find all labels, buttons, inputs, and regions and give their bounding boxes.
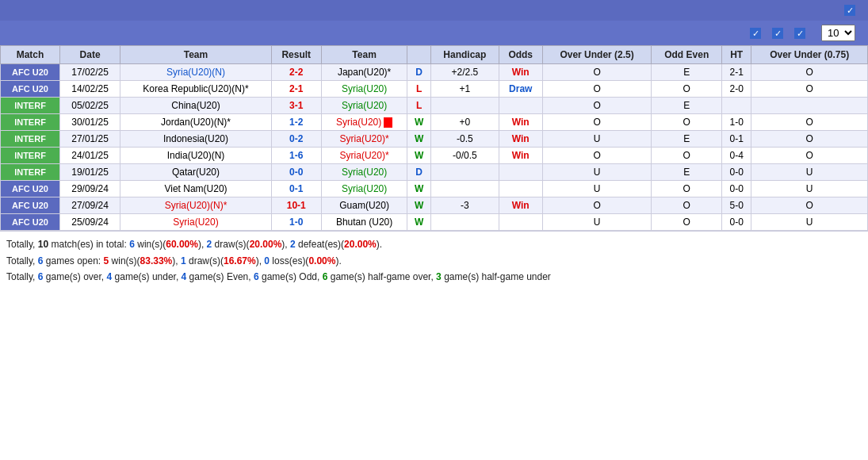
odds-value: Win bbox=[499, 148, 542, 164]
wdl-result: W bbox=[407, 214, 430, 231]
table-row: INTERF05/02/25China(U20)3-1Syria(U20)LOE bbox=[1, 98, 868, 114]
team2-name: Syria(U20)* bbox=[321, 131, 407, 148]
table-row: INTERF19/01/25Qatar(U20)0-0Syria(U20)DUE… bbox=[1, 164, 868, 181]
team2-name: Guam(U20) bbox=[321, 197, 407, 214]
match-type-badge: INTERF bbox=[1, 114, 60, 131]
over-under-075: U bbox=[751, 214, 868, 231]
over-under-075: O bbox=[751, 114, 868, 131]
odds-value: Win bbox=[499, 64, 542, 81]
last-games-select[interactable]: 10 20 30 bbox=[821, 25, 855, 41]
wdl-result: W bbox=[407, 197, 430, 214]
handicap-value: +0 bbox=[430, 114, 499, 131]
col-result: Result bbox=[271, 46, 321, 64]
odds-value bbox=[499, 98, 542, 114]
team2-name: Syria(U20) bbox=[321, 81, 407, 98]
footer-line: Totally, 10 match(es) in total: 6 win(s)… bbox=[6, 236, 862, 252]
match-result: 0-2 bbox=[271, 131, 321, 148]
match-date: 19/01/25 bbox=[60, 164, 120, 181]
over-under-25: U bbox=[542, 214, 652, 231]
team2-name: Syria(U20) bbox=[321, 114, 407, 131]
table-row: AFC U2029/09/24Viet Nam(U20)0-1Syria(U20… bbox=[1, 181, 868, 197]
over-under-075: U bbox=[751, 164, 868, 181]
col-handicap: Handicap bbox=[430, 46, 499, 64]
historic-scores-table: Match Date Team Result Team Handicap Odd… bbox=[0, 45, 868, 231]
team2-name: Bhutan (U20) bbox=[321, 214, 407, 231]
wdl-result: W bbox=[407, 148, 430, 164]
team1-name: Viet Nam(U20) bbox=[120, 181, 272, 197]
odd-even: E bbox=[652, 98, 721, 114]
over-under-25: O bbox=[542, 114, 652, 131]
match-type-badge: INTERF bbox=[1, 164, 60, 181]
halftime-result: 5-0 bbox=[721, 197, 751, 214]
wdl-result: D bbox=[407, 164, 430, 181]
odds-value bbox=[499, 214, 542, 231]
odds-value: Draw bbox=[499, 81, 542, 98]
col-odds: Odds bbox=[499, 46, 542, 64]
team2-name: Syria(U20) bbox=[321, 164, 407, 181]
odds-value bbox=[499, 181, 542, 197]
match-type-badge: INTERF bbox=[1, 148, 60, 164]
col-ht: HT bbox=[721, 46, 751, 64]
team1-name: India(U20)(N) bbox=[120, 148, 272, 164]
match-type-badge: INTERF bbox=[1, 131, 60, 148]
match-result: 3-1 bbox=[271, 98, 321, 114]
match-date: 30/01/25 bbox=[60, 114, 120, 131]
match-result: 0-1 bbox=[271, 181, 321, 197]
over-under-075: O bbox=[751, 197, 868, 214]
over-under-25: O bbox=[542, 64, 652, 81]
over-under-25: O bbox=[542, 81, 652, 98]
team2-name: Syria(U20) bbox=[321, 181, 407, 197]
table-row: AFC U2017/02/25Syria(U20)(N)2-2Japan(U20… bbox=[1, 64, 868, 81]
over-under-075: U bbox=[751, 181, 868, 197]
table-row: AFC U2014/02/25Korea Republic(U20)(N)*2-… bbox=[1, 81, 868, 98]
over-under-075: O bbox=[751, 64, 868, 81]
match-date: 24/01/25 bbox=[60, 148, 120, 164]
red-card-icon bbox=[384, 117, 392, 128]
match-date: 05/02/25 bbox=[60, 98, 120, 114]
match-result: 1-0 bbox=[271, 214, 321, 231]
match-result: 1-2 bbox=[271, 114, 321, 131]
halftime-result: 0-0 bbox=[721, 214, 751, 231]
odds-value: Win bbox=[499, 114, 542, 131]
col-team1: Team bbox=[120, 46, 272, 64]
over-under-25: U bbox=[542, 164, 652, 181]
match-date: 14/02/25 bbox=[60, 81, 120, 98]
footer-line: Totally, 6 games open: 5 win(s)(83.33%),… bbox=[6, 253, 862, 269]
over-under-075: O bbox=[751, 148, 868, 164]
match-date: 29/09/24 bbox=[60, 181, 120, 197]
handicap-value bbox=[430, 214, 499, 231]
handicap-value bbox=[430, 181, 499, 197]
match-type-badge: AFC U20 bbox=[1, 64, 60, 81]
team1-name: Syria(U20)(N)* bbox=[120, 197, 272, 214]
handicap-value: +2/2.5 bbox=[430, 64, 499, 81]
over-under-25: O bbox=[542, 197, 652, 214]
halftime-result bbox=[721, 98, 751, 114]
col-wdl bbox=[407, 46, 430, 64]
halftime-result: 1-0 bbox=[721, 114, 751, 131]
team1-name: Syria(U20)(N) bbox=[120, 64, 272, 81]
match-result: 2-2 bbox=[271, 64, 321, 81]
team1-name: Qatar(U20) bbox=[120, 164, 272, 181]
match-type-badge: AFC U20 bbox=[1, 181, 60, 197]
halftime-result: 0-1 bbox=[721, 131, 751, 148]
col-date: Date bbox=[60, 46, 120, 64]
match-result: 2-1 bbox=[271, 81, 321, 98]
match-date: 17/02/25 bbox=[60, 64, 120, 81]
team2-name: Syria(U20)* bbox=[321, 148, 407, 164]
handicap-value: +1 bbox=[430, 81, 499, 98]
wdl-result: L bbox=[407, 98, 430, 114]
handicap-value: -3 bbox=[430, 197, 499, 214]
handicap-value bbox=[430, 98, 499, 114]
halftime-result: 2-1 bbox=[721, 64, 751, 81]
odd-even: O bbox=[652, 181, 721, 197]
footer-line: Totally, 6 game(s) over, 4 game(s) under… bbox=[6, 269, 862, 285]
team1-name: Indonesia(U20) bbox=[120, 131, 272, 148]
team1-name: Korea Republic(U20)(N)* bbox=[120, 81, 272, 98]
halftime-result: 0-0 bbox=[721, 164, 751, 181]
odd-even: O bbox=[652, 148, 721, 164]
team1-name: Jordan(U20)(N)* bbox=[120, 114, 272, 131]
filter-bar: ✓ ✓ ✓ 10 20 30 bbox=[0, 21, 868, 45]
col-ou075: Over Under (0.75) bbox=[751, 46, 868, 64]
col-team2: Team bbox=[321, 46, 407, 64]
odd-even: E bbox=[652, 164, 721, 181]
